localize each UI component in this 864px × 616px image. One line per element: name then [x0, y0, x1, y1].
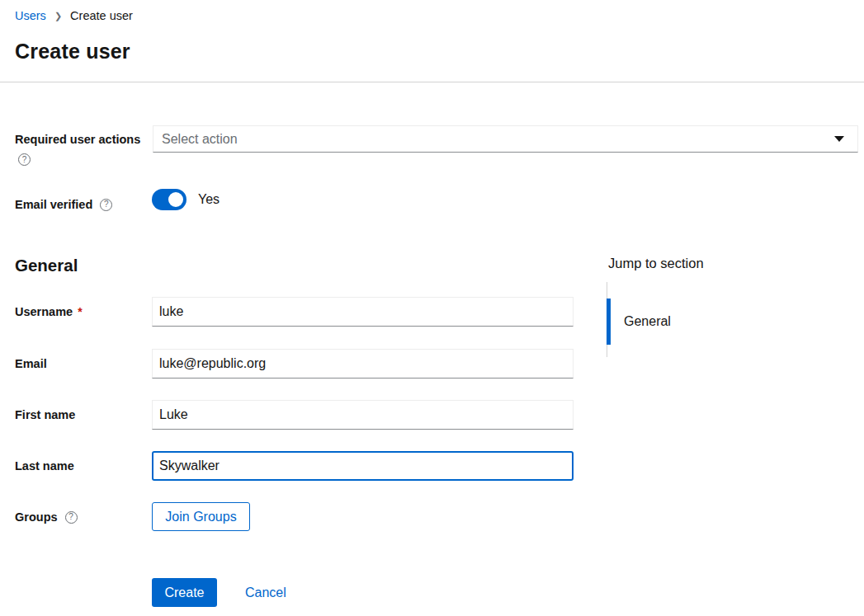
- general-section-heading: General: [15, 256, 78, 275]
- email-verified-state: Yes: [198, 192, 220, 207]
- page-title: Create user: [15, 40, 130, 63]
- groups-label: Groups ?: [15, 510, 78, 524]
- username-input[interactable]: [152, 297, 574, 327]
- first-name-input[interactable]: [152, 400, 574, 430]
- join-groups-button[interactable]: Join Groups: [152, 502, 250, 531]
- last-name-input[interactable]: [152, 451, 574, 481]
- help-icon[interactable]: ?: [18, 153, 31, 166]
- breadcrumb: Users ❯ Create user: [15, 9, 133, 22]
- required-indicator: *: [78, 305, 82, 318]
- jump-to-section-heading: Jump to section: [608, 256, 704, 271]
- create-button[interactable]: Create: [152, 578, 217, 607]
- jump-nav-item-general[interactable]: General: [607, 299, 706, 345]
- email-input[interactable]: [152, 349, 574, 379]
- email-verified-toggle[interactable]: [152, 189, 186, 210]
- breadcrumb-link-users[interactable]: Users: [15, 9, 46, 22]
- first-name-label: First name: [15, 408, 75, 421]
- toggle-knob: [168, 192, 183, 207]
- chevron-right-icon: ❯: [54, 12, 62, 21]
- required-user-actions-select[interactable]: Select action: [153, 125, 858, 153]
- email-verified-label: Email verified ?: [15, 198, 112, 211]
- breadcrumb-current: Create user: [70, 9, 133, 22]
- caret-down-icon: [834, 136, 844, 142]
- last-name-label: Last name: [15, 459, 74, 473]
- help-icon[interactable]: ?: [100, 199, 112, 211]
- required-user-actions-label: Required user actions: [15, 133, 140, 146]
- email-label: Email: [15, 357, 47, 370]
- cancel-button[interactable]: Cancel: [232, 578, 300, 607]
- header-divider: [0, 82, 864, 82]
- select-placeholder: Select action: [162, 132, 238, 147]
- username-label: Username *: [15, 305, 83, 318]
- help-icon[interactable]: ?: [65, 511, 78, 524]
